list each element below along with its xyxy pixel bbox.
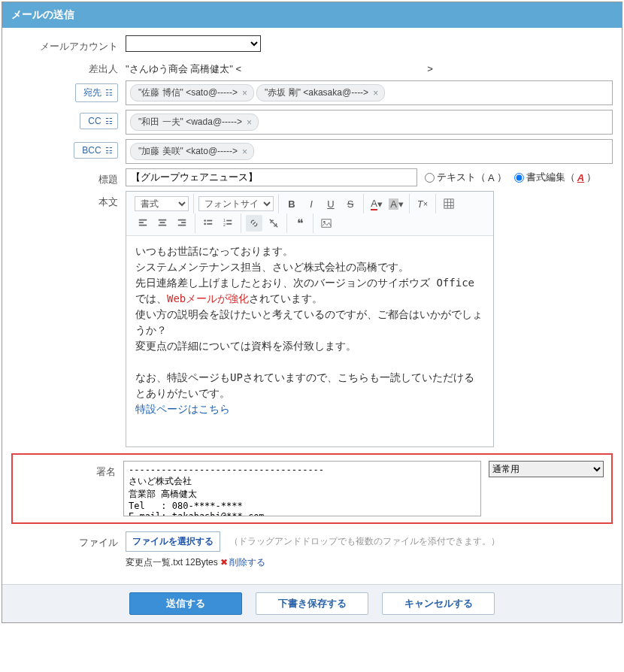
recipient-chip[interactable]: "佐藤 博信" <sato@----->× [130,84,254,101]
format-select[interactable]: 書式 [135,196,189,211]
to-picker-button[interactable]: 宛先 ☷ [75,83,118,102]
addressbook-icon: ☷ [105,88,113,97]
rich-editor: 書式 フォントサイズ B I U S A ▾ A [126,191,494,447]
recipient-chip[interactable]: "赤坂 剛" <akasaka@---->× [256,84,385,101]
label-body: 本文 [11,191,126,209]
editor-body[interactable]: いつもお世話になっております。 システムメンテナンス担当、さいど株式会社の高橋で… [126,236,493,446]
send-button[interactable]: 送信する [129,592,242,615]
subject-input[interactable] [126,168,417,186]
align-center-button[interactable] [154,215,171,232]
image-icon [321,218,332,229]
table-button[interactable] [441,195,457,212]
bcc-label: BCC [82,145,101,156]
label-from: 差出人 [11,58,126,76]
svg-point-15 [204,223,206,226]
body-link[interactable]: 特設ページはこちら [135,401,484,417]
image-button[interactable] [318,215,335,232]
number-list-button[interactable]: 12 [220,215,236,232]
bold-button[interactable]: B [283,195,300,212]
format-rich-radio[interactable]: 書式編集（A） [514,171,596,184]
attached-file-name: 変更点一覧.txt [126,557,183,568]
signature-section: 署名 通常用 [11,453,613,524]
from-display: "さんゆう商会 高橋健太" < > [126,58,613,76]
ul-icon [203,218,214,229]
align-right-button[interactable] [174,215,190,232]
delete-icon: ✖ [220,557,228,568]
draft-button[interactable]: 下書き保存する [256,592,368,615]
mail-compose-window: メールの送信 メールアカウント 差出人 "さんゆう商会 高橋健太" < > 宛先… [2,2,622,623]
body-line: 先日連絡差し上げましたとおり、次のバージョンのサイボウズ Officeでは、We… [135,275,484,307]
to-label: 宛先 [83,87,101,98]
unlink-icon [268,218,279,229]
chip-remove-icon[interactable]: × [247,117,252,128]
addressbook-icon: ☷ [105,117,113,126]
body-line: 変更点の詳細については資料を添付致します。 [135,338,484,354]
cc-field[interactable]: "和田 一夫" <wada@----->× [126,110,613,135]
footer: 送信する 下書き保存する キャンセルする [2,584,622,622]
body-line: なお、特設ページもUPされていますので、こちらも一読していただけるとありがたいで… [135,370,484,401]
underline-button[interactable]: U [323,195,339,212]
label-account: メールアカウント [11,35,126,53]
ol-icon: 12 [223,218,233,229]
body-line: 使い方の説明会を設けたいと考えているのですが、ご都合はいかがでしょうか？ [135,307,484,338]
body-line: いつもお世話になっております。 [135,244,484,259]
label-file: ファイル [11,531,126,549]
file-hint: （ドラッグアンドドロップでも複数のファイルを添付できます。） [229,536,500,546]
addressbook-icon: ☷ [105,146,113,155]
unlink-button[interactable] [265,215,282,232]
window-title: メールの送信 [2,2,622,28]
quote-button[interactable]: ❝ [292,215,308,232]
editor-toolbar: 書式 フォントサイズ B I U S A ▾ A [126,192,493,236]
delete-attachment-link[interactable]: 削除する [229,557,265,568]
table-icon [444,198,454,209]
file-select-button[interactable]: ファイルを選択する [126,531,220,552]
cc-label: CC [88,116,101,126]
to-field[interactable]: "佐藤 博信" <sato@----->× "赤坂 剛" <akasaka@--… [126,80,613,105]
strike-button[interactable]: S [342,195,359,212]
italic-button[interactable]: I [303,195,320,212]
cc-picker-button[interactable]: CC ☷ [80,113,118,129]
chip-remove-icon[interactable]: × [242,88,247,98]
svg-point-23 [323,221,326,223]
body-line: システムメンテナンス担当、さいど株式会社の高橋です。 [135,259,484,275]
label-signature: 署名 [20,461,123,479]
recipient-chip[interactable]: "和田 一夫" <wada@----->× [130,114,259,131]
bcc-field[interactable]: "加藤 美咲" <kato@----->× [126,139,613,164]
from-tail: > [427,63,433,74]
svg-rect-0 [444,199,453,208]
label-subject: 標題 [11,168,126,186]
format-plain-radio[interactable]: テキスト（A） [425,171,507,184]
recipient-chip[interactable]: "加藤 美咲" <kato@----->× [130,143,254,160]
bcc-picker-button[interactable]: BCC ☷ [74,142,118,159]
align-center-icon [157,218,168,229]
signature-textarea[interactable] [123,461,481,516]
chip-remove-icon[interactable]: × [373,88,378,98]
align-right-icon [177,218,187,229]
account-select[interactable] [126,35,261,52]
signature-select[interactable]: 通常用 [489,461,604,477]
clear-format-button[interactable]: T× [414,195,431,212]
link-icon [249,218,259,229]
bullet-list-button[interactable] [200,215,217,232]
backcolor-button[interactable]: A ▾ [388,195,404,212]
attached-file-size: 12Bytes [183,557,220,568]
fontsize-select[interactable]: フォントサイズ [198,196,274,211]
attached-file: 変更点一覧.txt 12Bytes ✖削除する [126,556,613,569]
chip-remove-icon[interactable]: × [242,147,247,157]
link-button[interactable] [246,215,262,232]
svg-point-14 [204,219,206,222]
align-left-icon [138,218,148,229]
form-area: メールアカウント 差出人 "さんゆう商会 高橋健太" < > 宛先 ☷ [2,28,622,584]
svg-text:2: 2 [223,222,226,227]
align-left-button[interactable] [135,215,151,232]
cancel-button[interactable]: キャンセルする [382,592,495,615]
from-name: "さんゆう商会 高橋健太" < [126,63,241,74]
forecolor-button[interactable]: A ▾ [368,195,385,212]
